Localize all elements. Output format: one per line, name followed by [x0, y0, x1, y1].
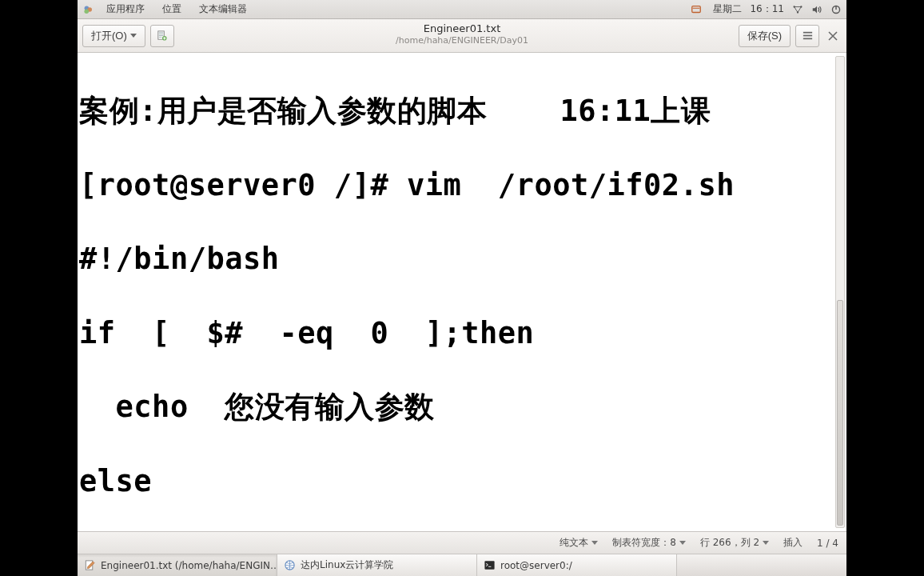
bottom-taskbar: Engineer01.txt (/home/haha/ENGIN… 达内Linu…	[78, 554, 846, 576]
menu-places[interactable]: 位置	[157, 1, 186, 18]
close-button[interactable]	[824, 27, 842, 45]
terminal-icon	[484, 559, 496, 571]
network-icon[interactable]	[792, 4, 803, 15]
editor-line: [root@server0 /]# vim /root/if02.sh	[79, 167, 845, 204]
volume-icon[interactable]	[811, 4, 822, 15]
gnome-top-bar: 应用程序 位置 文本编辑器 星期二 16：11	[78, 0, 846, 19]
chevron-down-icon	[591, 541, 598, 545]
chevron-down-icon	[763, 541, 769, 545]
document-title: Engineer01.txt	[396, 22, 528, 35]
svg-point-2	[84, 9, 89, 14]
save-button[interactable]: 保存(S)	[739, 25, 791, 47]
editor-line: echo 您没有输入参数	[79, 389, 845, 426]
new-document-button[interactable]	[150, 25, 174, 47]
svg-rect-12	[803, 35, 811, 37]
taskbar-item-label: Engineer01.txt (/home/haha/ENGIN…	[101, 560, 277, 571]
text-editor-icon	[84, 559, 96, 571]
svg-rect-13	[803, 38, 811, 40]
editor-line: #!/bin/bash	[79, 241, 845, 278]
taskbar-item-label: root@server0:/	[500, 560, 572, 571]
document-path: /home/haha/ENGINEER/Day01	[396, 35, 528, 46]
position-combo[interactable]: 行 266，列 2	[700, 536, 769, 550]
editor-textarea[interactable]: 案例:用户是否输入参数的脚本 16:11上课 [root@server0 /]#…	[78, 53, 846, 531]
svg-rect-11	[803, 32, 811, 34]
save-button-label: 保存(S)	[747, 29, 782, 43]
taskbar-item-editor[interactable]: Engineer01.txt (/home/haha/ENGIN…	[78, 554, 277, 576]
menu-applications[interactable]: 应用程序	[102, 1, 149, 18]
clock-day: 星期二	[713, 2, 742, 16]
svg-rect-3	[692, 6, 701, 12]
taskbar-item-label: 达内Linux云计算学院	[301, 558, 393, 572]
apps-icon	[82, 4, 94, 15]
editor-line: if [ $# -eq 0 ];then	[79, 315, 845, 352]
menu-text-editor[interactable]: 文本编辑器	[194, 1, 252, 18]
web-icon	[284, 559, 296, 571]
editor-line: else	[79, 463, 845, 500]
power-icon[interactable]	[830, 4, 842, 15]
title-block: Engineer01.txt /home/haha/ENGINEER/Day01	[396, 22, 528, 46]
chevron-down-icon	[130, 34, 137, 38]
clock-time: 16：11	[750, 2, 784, 16]
svg-rect-16	[484, 561, 494, 569]
page-indicator: 1 / 4	[817, 538, 838, 549]
tray-misc-icon[interactable]	[691, 4, 702, 15]
taskbar-item-browser[interactable]: 达内Linux云计算学院	[277, 554, 477, 576]
open-button-label: 打开(O)	[91, 29, 127, 43]
editor-line: 案例:用户是否输入参数的脚本 16:11上课	[79, 93, 845, 130]
syntax-label: 纯文本	[560, 536, 588, 550]
scrollbar-thumb[interactable]	[837, 300, 843, 526]
vertical-scrollbar[interactable]	[835, 56, 845, 528]
open-button[interactable]: 打开(O)	[82, 25, 145, 47]
tabwidth-label: 制表符宽度：8	[612, 536, 676, 550]
taskbar-item-terminal[interactable]: root@server0:/	[477, 554, 677, 576]
syntax-combo[interactable]: 纯文本	[560, 536, 598, 550]
editor-status-bar: 纯文本 制表符宽度：8 行 266，列 2 插入 1 / 4	[78, 531, 846, 554]
menu-button[interactable]	[795, 25, 819, 47]
insert-mode-label: 插入	[783, 536, 803, 550]
editor-toolbar: 打开(O) Engineer01.txt /home/haha/ENGINEER…	[78, 19, 846, 53]
position-label: 行 266，列 2	[700, 536, 759, 550]
tabwidth-combo[interactable]: 制表符宽度：8	[612, 536, 686, 550]
chevron-down-icon	[679, 541, 686, 545]
